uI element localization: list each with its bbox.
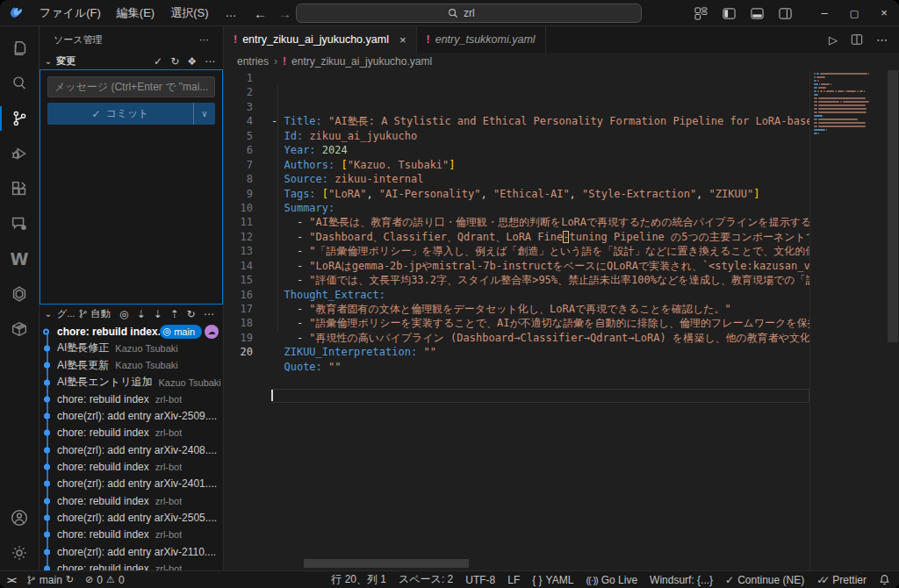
vertical-scrollbar[interactable] (887, 70, 899, 570)
tab-entry-zikuu[interactable]: ! entry_zikuu_ai_jyukucho.yaml × (224, 26, 417, 53)
remote-indicator-icon[interactable]: >< (7, 575, 15, 585)
commit-item[interactable]: AI塾長エントリ追加Kazuo Tsubaki (40, 374, 223, 391)
menu-overflow[interactable]: … (217, 6, 246, 19)
refresh-icon[interactable]: ↻ (168, 55, 182, 68)
section-more-icon[interactable]: ⋯ (201, 308, 216, 320)
notifications-bell-icon[interactable] (879, 574, 890, 585)
line-number: 10 (224, 201, 253, 215)
search-view-icon[interactable] (0, 66, 40, 101)
nav-back-icon[interactable]: ← (254, 6, 267, 21)
commit-button[interactable]: ✓ コミット ∨ (47, 103, 215, 125)
editor-more-icon[interactable]: ⋯ (876, 33, 888, 47)
minimize-button[interactable]: – (809, 0, 839, 26)
split-editor-icon[interactable] (851, 33, 863, 46)
commit-author: zrl-bot (155, 496, 183, 506)
commit-item[interactable]: chore(zrl): add entry arXiv-2401.... (40, 476, 223, 492)
sync-icon[interactable]: ↻ (66, 574, 74, 585)
refresh-icon[interactable]: ↻ (184, 308, 198, 320)
explorer-icon[interactable] (0, 31, 40, 66)
windsurf-icon[interactable]: W (0, 241, 40, 276)
tab-close-icon[interactable]: × (399, 33, 406, 47)
run-debug-icon[interactable] (0, 136, 40, 171)
continue-status[interactable]: ✓ Continue (NE) (725, 574, 804, 586)
horizontal-scrollbar-slider[interactable] (304, 559, 469, 568)
tab-entry-tsukkomi[interactable]: ! entry_tsukkomi.yaml (417, 26, 546, 53)
line-number: 12 (224, 230, 253, 244)
warnings-count: 0 (119, 574, 125, 586)
pull-icon[interactable]: ⇣ (151, 308, 164, 320)
commit-item[interactable]: chore: rebuild indexzrl-bot (40, 560, 223, 570)
menu-edit[interactable]: 編集(E) (109, 0, 162, 25)
code-line: Authors: ["Kazuo. Tsubaki"] (271, 158, 809, 172)
extensions-icon[interactable] (0, 171, 40, 206)
hexagon-extension-icon[interactable] (0, 276, 40, 312)
indentation[interactable]: スペース: 2 (399, 572, 453, 587)
commit-item[interactable]: chore: rebuild indexzrl-bot (40, 425, 223, 441)
line-number: 17 (224, 302, 253, 316)
commit-item[interactable]: chore: rebuild indexzrl-bot (40, 391, 223, 407)
commit-item[interactable]: AI塾長修正Kazuo Tsubaki (40, 340, 223, 356)
commit-item[interactable]: chore: rebuild indexzrl-bot (40, 527, 223, 543)
breadcrumb-folder[interactable]: entries (237, 55, 269, 68)
commit-item[interactable]: chore(zrl): add entry arXiv-2110.... (40, 543, 223, 560)
commit-item[interactable]: AI塾長更新Kazuo Tsubaki (40, 357, 223, 374)
branch-status[interactable]: main ↻ (26, 574, 74, 586)
nav-forward-icon[interactable]: → (278, 6, 291, 21)
commit-item[interactable]: chore: rebuild indexzrl-bot (40, 492, 223, 509)
search-input[interactable] (464, 7, 490, 19)
customize-layout-icon[interactable] (694, 7, 708, 20)
language-mode[interactable]: { } YAML (532, 574, 573, 586)
cursor-position[interactable]: 行 20、列 1 (331, 572, 386, 587)
prettier-status[interactable]: ✓✓ Prettier (816, 574, 867, 586)
command-center-search[interactable] (296, 4, 642, 23)
commit-item[interactable]: chore(zrl): add entry arXiv-2509.... (40, 407, 223, 424)
code-editor[interactable]: 1234567891011121314151617181920 - Title:… (224, 70, 899, 570)
status-bar: >< main ↻ ⊘ 0 ⚠ 0 行 20、列 1 スペース: 2 UTF-8… (0, 570, 899, 588)
toggle-secondary-sidebar-icon[interactable] (779, 7, 792, 20)
changes-section-header[interactable]: ⌄ 変更 ✓ ↻ ❖ ⋯ (40, 53, 223, 69)
commit-dropdown-icon[interactable]: ∨ (194, 109, 215, 118)
commit-item[interactable]: chore(zrl): add entry arXiv-2408.... (40, 441, 223, 458)
breadcrumb-file[interactable]: entry_zikuu_ai_jyukucho.yaml (291, 55, 432, 68)
minimap-line (814, 108, 885, 111)
tab-label: entry_tsukkomi.yaml (435, 33, 536, 46)
close-button[interactable]: × (869, 0, 899, 26)
commit-all-icon[interactable]: ✓ (151, 55, 165, 68)
problems-status[interactable]: ⊘ 0 ⚠ 0 (85, 574, 124, 586)
panel-more-icon[interactable]: ⋯ (199, 34, 209, 46)
graph-auto-toggle[interactable]: 自動 (78, 307, 110, 320)
source-control-icon[interactable] (0, 101, 40, 136)
code-content[interactable]: - Title: "AI塾長: A Stylistic and Ethical … (264, 70, 809, 570)
minimap-line (814, 94, 885, 97)
changes-tree[interactable]: ✓ コミット ∨ (40, 69, 223, 305)
commit-item[interactable]: chore(zrl): add entry arXiv-2505.... (40, 509, 223, 526)
maximize-button[interactable]: ▢ (839, 0, 869, 26)
branch-name: main (40, 574, 62, 586)
go-live[interactable]: ((·)) Go Live (586, 574, 637, 586)
section-more-icon[interactable]: ⋯ (202, 55, 218, 68)
run-file-icon[interactable]: ▷ (829, 33, 838, 47)
minimap[interactable] (809, 70, 887, 570)
commit-message-input[interactable] (47, 76, 215, 97)
toggle-primary-sidebar-icon[interactable] (723, 7, 736, 20)
commit-item[interactable]: chore: rebuild indexzrl-bot (40, 458, 223, 475)
encoding[interactable]: UTF-8 (465, 574, 495, 586)
vertical-scrollbar-slider[interactable] (888, 70, 898, 342)
menu-selection[interactable]: 選択(S) (162, 0, 216, 25)
breadcrumb[interactable]: entries › ! entry_zikuu_ai_jyukucho.yaml (224, 53, 899, 70)
container-extension-icon[interactable] (0, 312, 40, 347)
toggle-panel-icon[interactable] (751, 7, 764, 20)
commit-dot-icon (44, 532, 50, 538)
push-icon[interactable]: ⇡ (168, 308, 181, 320)
target-icon[interactable]: ◎ (117, 308, 130, 320)
settings-gear-icon[interactable] (0, 535, 40, 570)
eol-sequence[interactable]: LF (507, 574, 520, 586)
graph-section-header[interactable]: ⌄ グ... 自動 ◎ ⇣ ⇣ ⇡ ↻ ⋯ (40, 305, 223, 323)
stash-icon[interactable]: ❖ (184, 55, 199, 68)
windsurf-status[interactable]: Windsurf: {...} (650, 574, 713, 586)
chat-icon[interactable] (0, 206, 40, 241)
account-icon[interactable] (0, 500, 40, 535)
menu-file[interactable]: ファイル(F) (32, 0, 109, 25)
commit-item[interactable]: chore: rebuild index...◎main☁ (40, 323, 223, 340)
fetch-icon[interactable]: ⇣ (134, 308, 147, 320)
